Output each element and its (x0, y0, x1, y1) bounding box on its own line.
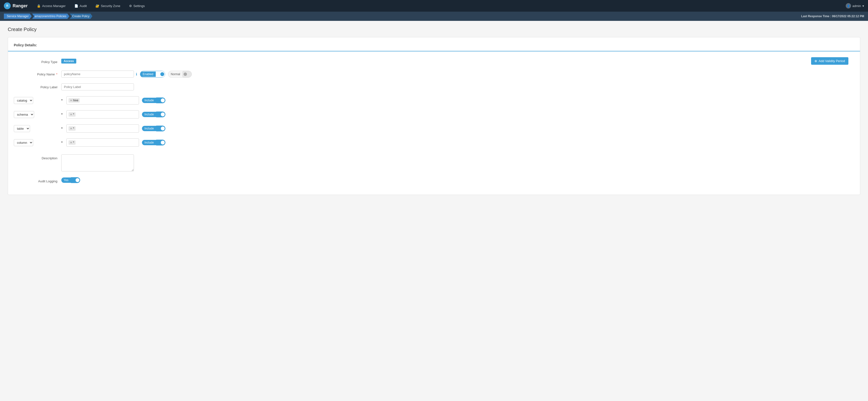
catalog-required: * (61, 98, 62, 102)
catalog-include-switch[interactable] (156, 97, 165, 103)
brand-logo: R (4, 2, 11, 9)
section-header: Policy Details: (8, 43, 860, 51)
audit-logging-controls: Yes (61, 177, 854, 183)
user-name: admin (852, 4, 861, 8)
catalog-label: catalog (14, 97, 57, 104)
schema-include-label: Include (142, 112, 156, 117)
audit-logging-toggle[interactable]: Yes (61, 177, 80, 183)
catalog-include-toggle[interactable]: Include (142, 97, 165, 103)
catalog-input[interactable]: ✕ hive (66, 96, 139, 105)
breadcrumb-service-manager[interactable]: Service Manager (4, 13, 32, 19)
catalog-include-label: Include (142, 98, 156, 103)
policy-type-badge: Access (61, 59, 76, 63)
policy-name-controls: ℹ Enabled Normal (61, 70, 854, 78)
schema-input[interactable]: ✕ * (66, 110, 139, 119)
normal-knob (184, 73, 187, 76)
audit-logging-row: Audit Logging Yes (8, 175, 860, 185)
table-include-label: Include (142, 126, 156, 131)
nav-security-zone[interactable]: 🔐 Security Zone (92, 0, 124, 12)
schema-tag-x[interactable]: ✕ (70, 113, 72, 116)
policy-label-input[interactable] (61, 83, 134, 90)
catalog-tag-input[interactable] (81, 99, 137, 102)
table-select[interactable]: table (14, 125, 30, 132)
enabled-knob (160, 72, 164, 76)
add-validity-label: Add Validity Period (818, 59, 845, 63)
settings-icon: ⚙ (129, 4, 132, 8)
breadcrumb-bar: Service Manager amazonemrtrino Policies … (0, 12, 868, 21)
policy-name-required: * (56, 73, 57, 76)
column-tag-value: * (73, 141, 74, 144)
schema-label: schema (14, 111, 57, 118)
resource-row-schema: schema * ✕ * Include (8, 108, 860, 120)
resource-row-column: column * ✕ * Include (8, 137, 860, 149)
add-validity-icon: ⊕ (814, 59, 817, 63)
schema-include-switch[interactable] (156, 112, 165, 117)
table-include-knob (161, 126, 165, 131)
column-controls: ✕ * Include (66, 138, 854, 147)
catalog-select[interactable]: catalog (14, 97, 33, 104)
column-label: column (14, 139, 57, 146)
table-input[interactable]: ✕ * (66, 124, 139, 133)
brand[interactable]: R Ranger (4, 2, 28, 9)
description-controls (61, 154, 854, 171)
column-input[interactable]: ✕ * (66, 138, 139, 147)
add-validity-button[interactable]: ⊕ Add Validity Period (811, 57, 848, 65)
table-tag-x[interactable]: ✕ (70, 127, 72, 130)
normal-toggle[interactable]: Normal (168, 71, 192, 78)
column-select[interactable]: column (14, 139, 33, 146)
policy-label-label: Policy Label (14, 83, 57, 89)
nav-audit[interactable]: 📄 Audit (71, 0, 90, 12)
table-tag-wildcard: ✕ * (68, 126, 75, 131)
audit-switch[interactable] (71, 177, 80, 183)
breadcrumb: Service Manager amazonemrtrino Policies … (4, 13, 92, 19)
schema-tag-input[interactable] (76, 113, 137, 116)
policy-name-info-icon: ℹ (136, 72, 137, 76)
table-tag-input[interactable] (76, 127, 137, 131)
nav-access-manager[interactable]: 🔒 Access Manager (33, 0, 69, 12)
table-required: * (61, 126, 62, 131)
table-include-switch[interactable] (156, 125, 165, 132)
table-include-toggle[interactable]: Include (142, 125, 165, 132)
user-menu[interactable]: 👤 admin ▾ (846, 3, 864, 8)
description-textarea[interactable] (61, 154, 134, 171)
catalog-tag-value: hive (73, 99, 78, 102)
security-zone-icon: 🔐 (95, 4, 99, 8)
policy-card: Policy Details: Policy Type Access ⊕ Add… (8, 37, 860, 195)
policy-name-row: Policy Name * ℹ Enabled Normal (8, 68, 860, 80)
audit-knob (75, 178, 80, 182)
enabled-switch[interactable] (156, 71, 165, 77)
policy-label-controls (61, 83, 854, 90)
catalog-tag-x[interactable]: ✕ (70, 99, 72, 102)
normal-switch[interactable] (183, 71, 192, 77)
normal-label: Normal (168, 71, 183, 77)
column-required: * (61, 141, 62, 144)
schema-tag-value: * (73, 113, 74, 116)
schema-required: * (61, 113, 62, 116)
last-response-value: 06/17/2022 05:22:12 PM (832, 15, 864, 18)
brand-name: Ranger (12, 3, 28, 8)
navbar: R Ranger 🔒 Access Manager 📄 Audit 🔐 Secu… (0, 0, 868, 12)
description-row: Description (8, 152, 860, 173)
schema-controls: ✕ * Include (66, 110, 854, 119)
policy-label-row: Policy Label (8, 82, 860, 92)
user-dropdown-icon: ▾ (862, 4, 864, 8)
column-include-switch[interactable] (156, 140, 165, 145)
breadcrumb-create-policy[interactable]: Create Policy (70, 13, 92, 19)
column-select-wrap: column (14, 139, 57, 146)
catalog-controls: ✕ hive Include (66, 96, 854, 105)
nav-settings[interactable]: ⚙ Settings (126, 0, 148, 12)
column-include-toggle[interactable]: Include (142, 140, 165, 145)
schema-select[interactable]: schema (14, 111, 34, 118)
column-tag-input[interactable] (76, 141, 137, 144)
schema-include-toggle[interactable]: Include (142, 112, 165, 117)
last-response-time: Last Response Time : 06/17/2022 05:22:12… (801, 15, 864, 18)
breadcrumb-policies[interactable]: amazonemrtrino Policies (32, 13, 69, 19)
column-include-label: Include (142, 140, 156, 145)
policy-type-label: Policy Type (14, 58, 57, 64)
policy-name-input[interactable] (61, 70, 134, 78)
catalog-include-knob (161, 98, 165, 102)
audit-yes-label: Yes (61, 177, 71, 183)
main-content: Create Policy Policy Details: Policy Typ… (0, 21, 868, 201)
enabled-toggle[interactable]: Enabled (140, 71, 165, 78)
column-tag-x[interactable]: ✕ (70, 141, 72, 144)
